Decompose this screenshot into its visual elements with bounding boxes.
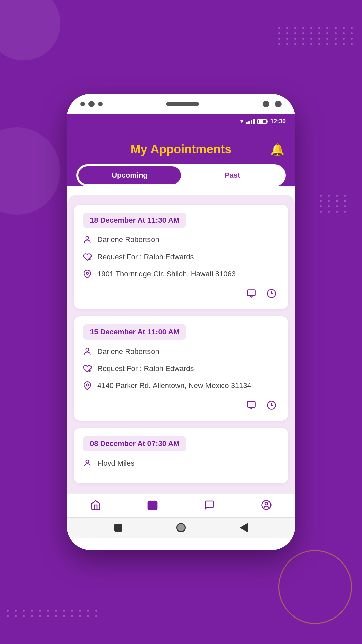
nav-messages[interactable] — [204, 500, 215, 511]
appointment-date-2: 15 December At 11:00 AM — [83, 324, 186, 340]
recent-apps-button[interactable] — [114, 524, 122, 532]
card-actions-2 — [83, 398, 279, 413]
heart-icon-1 — [83, 253, 92, 264]
address-2: 4140 Parker Rd. Allentown, New Mexico 31… — [97, 381, 251, 391]
request-for-1: Request For : Ralph Edwards — [97, 252, 194, 262]
tab-upcoming[interactable]: Upcoming — [78, 166, 181, 184]
tab-bar: Upcoming Past — [76, 164, 286, 186]
message-action-btn-2[interactable] — [244, 398, 259, 413]
sensor-dot-1 — [263, 101, 269, 107]
provider-name-2: Darlene Robertson — [97, 346, 159, 357]
bell-icon: 🔔 — [270, 143, 284, 156]
phone-frame: ▾ 12:30 My Appointments 🔔 Upcoming Past — [67, 94, 295, 550]
svg-point-5 — [86, 348, 89, 351]
navigation-action-btn-1[interactable] — [264, 286, 279, 301]
svg-point-6 — [88, 370, 91, 372]
heart-icon-2 — [83, 364, 92, 375]
svg-point-1 — [88, 258, 91, 260]
camera-dot-2 — [88, 101, 95, 107]
appointment-card-3: 08 December At 07:30 AM Floyd Miles — [74, 428, 288, 483]
bg-decoration-circle-ml — [0, 127, 60, 215]
address-1: 1901 Thornridge Cir. Shiloh, Hawaii 8106… — [97, 269, 236, 279]
status-icons: ▾ — [240, 118, 267, 125]
provider-name-3: Floyd Miles — [97, 458, 134, 469]
appointment-row-request-1: Request For : Ralph Edwards — [83, 252, 279, 264]
nav-appointments[interactable] — [147, 500, 158, 511]
sensor-dot-2 — [275, 101, 282, 107]
tab-past[interactable]: Past — [181, 166, 284, 184]
svg-rect-11 — [148, 501, 157, 509]
appointment-row-provider-1: Darlene Robertson — [83, 235, 279, 247]
nav-profile[interactable] — [261, 500, 272, 511]
request-for-2: Request For : Ralph Edwards — [97, 364, 194, 374]
svg-rect-3 — [247, 290, 255, 296]
camera-dot-3 — [98, 102, 103, 106]
phone-sensors — [263, 101, 282, 107]
signal-bar-1 — [246, 122, 248, 124]
signal-icon — [246, 118, 255, 124]
status-bar: ▾ 12:30 — [67, 114, 295, 129]
bg-decoration-dots-tr — [278, 27, 355, 45]
home-button[interactable] — [176, 523, 186, 532]
app-content: My Appointments 🔔 Upcoming Past — [67, 129, 295, 186]
bottom-nav — [67, 493, 295, 517]
svg-point-14 — [265, 502, 268, 505]
appointment-date-3: 08 December At 07:30 AM — [83, 436, 186, 451]
person-icon-1 — [83, 235, 92, 247]
app-header: My Appointments 🔔 — [76, 136, 286, 164]
signal-bar-4 — [253, 119, 255, 124]
navigation-action-btn-2[interactable] — [264, 398, 279, 413]
wifi-icon: ▾ — [240, 118, 243, 125]
card-actions-1 — [83, 286, 279, 301]
bg-decoration-dots-bl — [7, 610, 100, 617]
appointment-row-address-1: 1901 Thornridge Cir. Shiloh, Hawaii 8106… — [83, 269, 279, 281]
location-icon-2 — [83, 381, 92, 392]
appointment-date-1: 18 December At 11:30 AM — [83, 213, 186, 228]
appointment-row-request-2: Request For : Ralph Edwards — [83, 364, 279, 375]
phone-top-bar — [67, 94, 295, 114]
signal-bar-3 — [251, 120, 252, 124]
person-icon-2 — [83, 347, 92, 358]
svg-point-10 — [86, 460, 89, 463]
appointment-card-2: 15 December At 11:00 AM Darlene Robertso… — [74, 316, 288, 421]
appointments-scroll-area: 18 December At 11:30 AM Darlene Robertso… — [67, 195, 295, 493]
svg-rect-8 — [247, 402, 255, 407]
phone-bottom-bar — [67, 517, 295, 538]
bg-decoration-circle-br — [278, 550, 352, 624]
svg-point-2 — [86, 272, 89, 275]
message-action-btn-1[interactable] — [244, 286, 259, 301]
provider-name-1: Darlene Robertson — [97, 235, 159, 245]
notification-bell-button[interactable]: 🔔 — [269, 141, 286, 158]
person-icon-3 — [83, 459, 92, 470]
appointment-row-provider-2: Darlene Robertson — [83, 346, 279, 358]
nav-home[interactable] — [90, 500, 101, 511]
back-button[interactable] — [240, 523, 248, 532]
appointment-row-address-2: 4140 Parker Rd. Allentown, New Mexico 31… — [83, 381, 279, 392]
phone-speaker — [166, 102, 199, 106]
location-icon-1 — [83, 270, 92, 281]
battery-icon — [257, 119, 267, 124]
status-time: 12:30 — [270, 118, 286, 125]
phone-cameras — [80, 101, 103, 107]
camera-dot-1 — [80, 102, 85, 106]
appointment-row-provider-3: Floyd Miles — [83, 458, 279, 470]
page-title: My Appointments — [131, 142, 232, 156]
bg-decoration-dots-mr — [320, 195, 349, 213]
battery-fill — [259, 120, 263, 123]
appointment-card-1: 18 December At 11:30 AM Darlene Robertso… — [74, 205, 288, 309]
signal-bar-2 — [248, 121, 250, 124]
svg-rect-12 — [150, 505, 152, 507]
svg-point-7 — [86, 384, 89, 386]
bg-decoration-circle-tl — [0, 0, 60, 60]
svg-point-0 — [86, 236, 89, 239]
